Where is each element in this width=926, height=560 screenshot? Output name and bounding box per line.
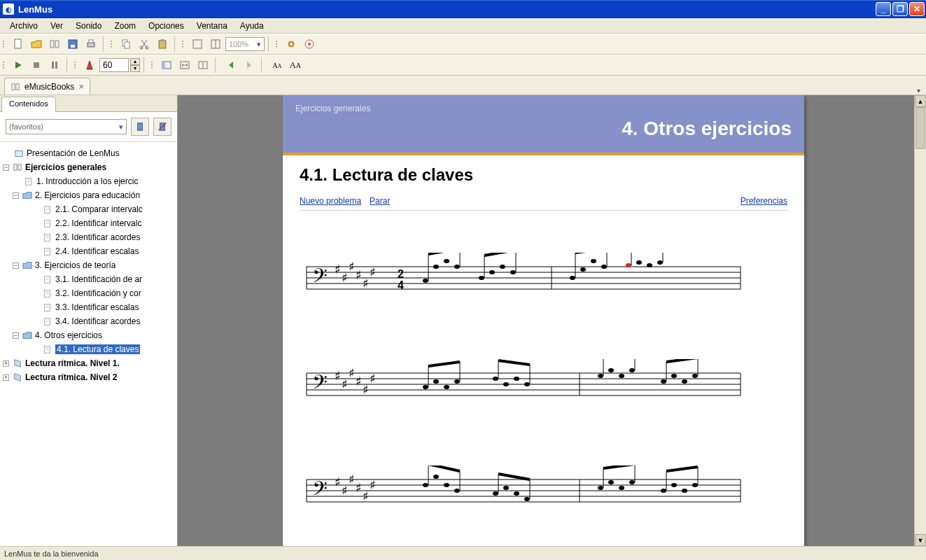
tree-item-2-educacion[interactable]: − 2. Ejercicios para educación	[3, 188, 174, 202]
tree-item-3-teoria[interactable]: − 3. Ejercicios de teoría	[3, 258, 174, 272]
svg-text:♯: ♯	[356, 481, 362, 495]
link-parar[interactable]: Parar	[370, 196, 390, 206]
svg-point-147	[608, 480, 614, 484]
tree-item-3-4[interactable]: 3.4. Identificar acordes	[3, 314, 174, 328]
menu-zoom[interactable]: Zoom	[108, 20, 141, 32]
maximize-button[interactable]: ❐	[892, 2, 908, 16]
tree-item-presentacion[interactable]: Presentación de LenMus	[3, 146, 174, 160]
link-nuevo-problema[interactable]: Nuevo problema	[300, 196, 361, 206]
svg-point-107	[423, 385, 428, 389]
svg-rect-22	[162, 62, 165, 69]
view-fit-width-button[interactable]	[176, 57, 193, 74]
stop-button[interactable]	[28, 57, 45, 74]
scroll-up-button[interactable]: ▲	[915, 95, 926, 107]
tree-item-3-2[interactable]: 3.2. Identificación y cor	[3, 286, 174, 300]
zoom-page-button[interactable]	[207, 36, 224, 52]
tree-item-3-1[interactable]: 3.1. Identificación de ar	[3, 272, 174, 286]
svg-text:♯: ♯	[363, 276, 369, 290]
content-viewport[interactable]: Ejercicios generales 4. Otros ejercicios…	[178, 95, 926, 546]
scroll-thumb[interactable]	[916, 107, 925, 149]
new-file-button[interactable]	[10, 36, 27, 52]
help-button[interactable]	[301, 36, 318, 52]
svg-text:𝄢: 𝄢	[312, 265, 328, 291]
svg-rect-6	[125, 42, 129, 48]
nav-back-button[interactable]	[223, 57, 239, 74]
view-fit-height-button[interactable]	[195, 57, 211, 74]
svg-rect-19	[52, 62, 54, 69]
tree-item-3-3[interactable]: 3.3. Identificar escalas	[3, 300, 174, 314]
settings-gear-button[interactable]	[283, 36, 300, 52]
page-icon	[42, 288, 52, 299]
page-icon	[42, 344, 52, 355]
view-single-button[interactable]	[158, 57, 175, 74]
menu-ayuda[interactable]: Ayuda	[234, 20, 269, 32]
svg-point-76	[423, 279, 428, 283]
page-icon	[42, 274, 52, 285]
collapse-icon[interactable]: −	[13, 262, 19, 269]
copy-button[interactable]	[118, 36, 134, 52]
svg-point-8	[146, 46, 148, 49]
music-staff-1: 𝄢 ♯♯♯♯♯♯ 24	[300, 253, 748, 302]
zoom-combo[interactable]: 100%▾	[225, 37, 265, 51]
tempo-spinner[interactable]: ▲▼	[130, 58, 140, 72]
sidebar-tab-contenidos[interactable]: Contenidos	[1, 97, 56, 112]
open-book-button[interactable]	[46, 36, 63, 52]
cut-button[interactable]	[136, 36, 153, 52]
menu-ver[interactable]: Ver	[45, 20, 69, 32]
svg-text:♯: ♯	[349, 260, 355, 274]
favorites-select[interactable]: (favoritos)	[6, 119, 127, 134]
menu-sonido[interactable]: Sonido	[70, 20, 107, 32]
pause-button[interactable]	[46, 57, 63, 74]
section-title: 4.1. Lectura de claves	[300, 165, 787, 185]
tree-item-1-intro[interactable]: 1. Introducción a los ejercic	[3, 174, 174, 188]
tree-item-2-1[interactable]: 2.1. Comparar intervalc	[3, 202, 174, 216]
tree-item-2-4[interactable]: 2.4. Identificar escalas	[3, 244, 174, 258]
tree-item-4-otros[interactable]: − 4. Otros ejercicios	[3, 328, 174, 342]
svg-rect-4	[89, 40, 93, 43]
tree-item-2-2[interactable]: 2.2. Identificar intervalc	[3, 216, 174, 230]
add-bookmark-button[interactable]	[131, 118, 149, 136]
collapse-icon[interactable]: −	[13, 192, 19, 199]
expand-icon[interactable]: +	[3, 374, 9, 381]
svg-text:♯: ♯	[342, 377, 348, 391]
font-decrease-button[interactable]: AA	[269, 57, 286, 74]
print-button[interactable]	[83, 36, 99, 52]
nav-forward-button[interactable]	[241, 57, 258, 74]
menu-ventana[interactable]: Ventana	[191, 20, 233, 32]
tree-item-ejercicios-generales[interactable]: − Ejercicios generales	[3, 160, 174, 174]
metronome-icon[interactable]	[81, 57, 98, 74]
play-button[interactable]	[10, 57, 27, 74]
page-icon	[42, 302, 52, 313]
tree-item-lectura-ritmica-1[interactable]: + Lectura rítmica. Nivel 1.	[3, 356, 174, 370]
save-button[interactable]	[64, 36, 81, 52]
tree-item-4-1-lectura-claves[interactable]: 4.1. Lectura de claves	[3, 342, 174, 356]
open-file-button[interactable]	[28, 36, 45, 52]
paste-button[interactable]	[154, 36, 171, 52]
link-preferencias[interactable]: Preferencias	[741, 196, 787, 206]
tempo-input[interactable]	[99, 58, 129, 72]
tree-item-lectura-ritmica-2[interactable]: + Lectura rítmica. Nivel 2	[3, 370, 174, 384]
vertical-scrollbar[interactable]: ▲ ▼	[914, 95, 926, 546]
svg-point-139	[433, 475, 439, 479]
remove-bookmark-button[interactable]	[153, 118, 171, 136]
tab-emusicbooks[interactable]: eMusicBooks ×	[4, 78, 90, 94]
minimize-button[interactable]: _	[876, 2, 891, 16]
zoom-fit-button[interactable]	[189, 36, 206, 52]
collapse-icon[interactable]: −	[3, 164, 9, 171]
tab-overflow-button[interactable]: ▾	[917, 87, 920, 94]
svg-text:𝄢: 𝄢	[312, 372, 328, 398]
scroll-down-button[interactable]: ▼	[915, 534, 926, 546]
collapse-icon[interactable]: −	[13, 332, 19, 339]
tab-close-icon[interactable]: ×	[78, 81, 84, 92]
svg-rect-3	[87, 43, 94, 47]
svg-point-109	[444, 385, 449, 389]
expand-icon[interactable]: +	[3, 360, 9, 367]
font-increase-button[interactable]: AA	[287, 57, 304, 74]
svg-text:♯: ♯	[363, 489, 369, 503]
svg-point-110	[454, 379, 460, 384]
menu-opciones[interactable]: Opciones	[143, 20, 190, 32]
menu-archivo[interactable]: Archivo	[4, 20, 43, 32]
svg-point-121	[682, 379, 687, 384]
tree-item-2-3[interactable]: 2.3. Identificar acordes	[3, 230, 174, 244]
close-button[interactable]: ✕	[909, 2, 925, 16]
